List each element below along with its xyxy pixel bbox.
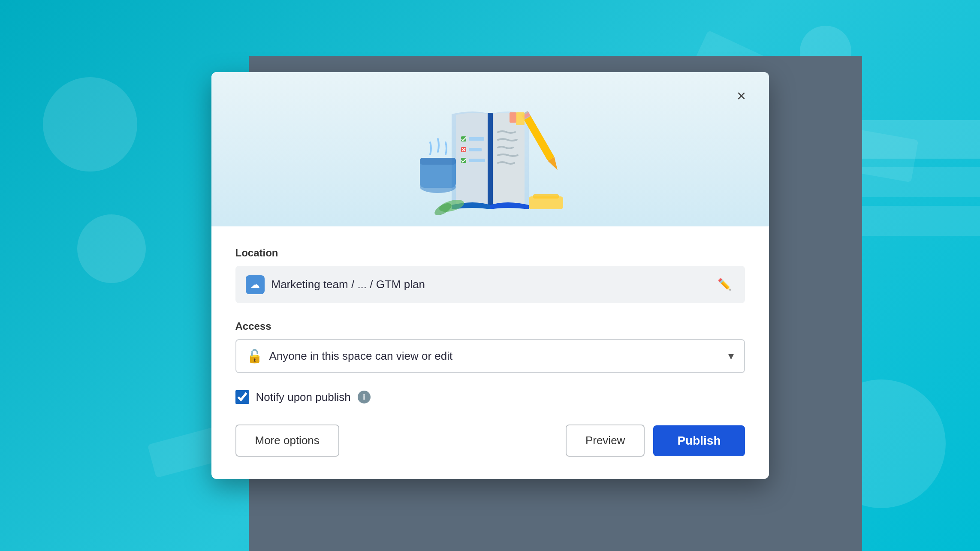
access-value: Anyone in this space can view or edit xyxy=(269,349,453,363)
modal-illustration xyxy=(211,72,769,226)
svg-rect-16 xyxy=(516,112,525,125)
footer-right-buttons: Preview Publish xyxy=(566,425,745,457)
preview-button[interactable]: Preview xyxy=(566,425,645,457)
book-svg xyxy=(392,81,589,226)
location-text: Marketing team / ... / GTM plan xyxy=(271,278,425,291)
location-label: Location xyxy=(235,247,745,259)
publish-modal: Publish page × xyxy=(211,72,769,479)
separator-2: / xyxy=(370,278,376,291)
chevron-down-icon: ▾ xyxy=(728,349,734,363)
publish-button[interactable]: Publish xyxy=(653,425,745,456)
svg-rect-11 xyxy=(469,159,485,162)
notify-checkbox[interactable] xyxy=(235,390,249,404)
modal-footer: More options Preview Publish xyxy=(235,425,745,457)
edit-location-button[interactable]: ✏️ xyxy=(714,274,735,295)
separator-1: / xyxy=(351,278,357,291)
access-dropdown[interactable]: 🔓 Anyone in this space can view or edit … xyxy=(235,339,745,373)
access-label: Access xyxy=(235,320,745,332)
notify-row: Notify upon publish i xyxy=(235,390,745,404)
space-icon: ☁ xyxy=(246,275,265,294)
modal-body: Location ☁ Marketing team / ... / GTM pl… xyxy=(211,226,769,479)
location-field: ☁ Marketing team / ... / GTM plan ✏️ xyxy=(235,266,745,303)
svg-rect-5 xyxy=(469,137,484,141)
notify-label: Notify upon publish xyxy=(256,391,351,404)
modal-overlay: Publish page × xyxy=(0,0,980,551)
access-left: 🔓 Anyone in this space can view or edit xyxy=(247,349,453,364)
close-button[interactable]: × xyxy=(730,84,754,108)
more-options-button[interactable]: More options xyxy=(235,425,339,457)
svg-rect-2 xyxy=(420,158,456,165)
svg-rect-19 xyxy=(533,194,559,199)
location-left: ☁ Marketing team / ... / GTM plan xyxy=(246,275,425,294)
svg-rect-17 xyxy=(510,112,516,123)
svg-rect-9 xyxy=(469,148,482,151)
info-icon[interactable]: i xyxy=(358,391,371,403)
lock-icon: 🔓 xyxy=(247,349,262,364)
